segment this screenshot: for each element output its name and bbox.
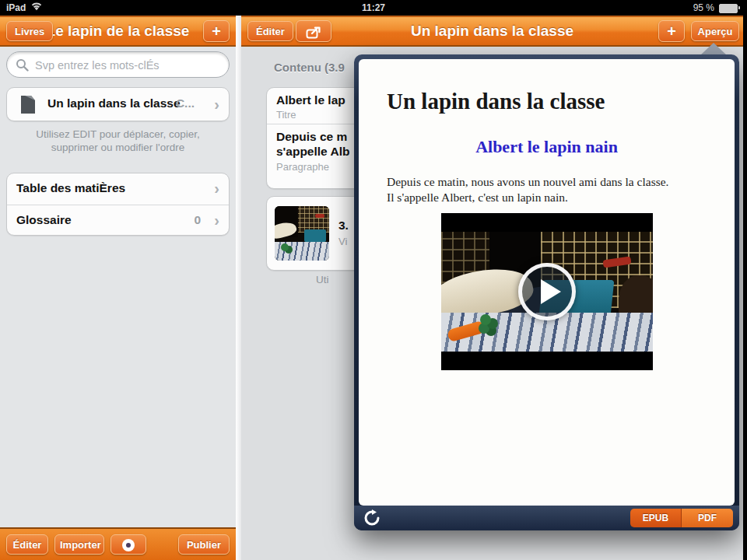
paragraph-line-1: Depuis ce matin, nous avons un nouvel am… bbox=[387, 174, 668, 190]
video-type-text: Vi bbox=[338, 236, 347, 247]
search-input[interactable] bbox=[33, 55, 221, 75]
share-icon bbox=[306, 26, 321, 39]
paragraph-line-2: Il s'appelle Albert, c'est un lapin nain… bbox=[387, 190, 668, 205]
left-menu-group: Table des matiÈres › Glossaire 0 › bbox=[6, 173, 230, 236]
menu-item-glossaire[interactable]: Glossaire 0 › bbox=[7, 205, 229, 236]
left-panel-body: Un lapin dans la classe C... › Utilisez … bbox=[0, 47, 236, 527]
search-field-wrap bbox=[6, 51, 230, 78]
clock: 11:27 bbox=[0, 2, 747, 13]
share-button[interactable] bbox=[296, 20, 331, 42]
add-content-button[interactable]: + bbox=[658, 20, 685, 42]
preview-popover: Un lapin dans la classe Albert le lapin … bbox=[354, 54, 739, 530]
book-list-item[interactable]: Un lapin dans la classe C... › bbox=[6, 87, 230, 121]
content-item-text-line2: s'appelle Alb bbox=[276, 145, 349, 159]
content-item-text: Albert le lap bbox=[276, 93, 345, 107]
preview-paragraph: Depuis ce matin, nous avons un nouvel am… bbox=[387, 174, 668, 205]
content-item-type: Paragraphe bbox=[276, 161, 329, 173]
book-item-trailing-text: C... bbox=[176, 96, 195, 110]
refresh-button[interactable] bbox=[363, 509, 381, 527]
hint-line-1: Utilisez EDIT pour déplacer, copier, bbox=[0, 128, 236, 141]
preview-button[interactable]: Aperçu bbox=[691, 21, 739, 41]
thumb-red-toy bbox=[315, 214, 324, 218]
glossaire-count: 0 bbox=[194, 213, 201, 227]
video-size-text: 3. bbox=[338, 219, 349, 233]
carrot-leaves bbox=[480, 314, 491, 325]
thumb-litter-box bbox=[304, 229, 326, 242]
epub-export-button[interactable]: EPUB bbox=[630, 509, 682, 527]
content-item-text-line1: Depuis ce m bbox=[276, 130, 347, 144]
preview-book-title: Un lapin dans la classe bbox=[387, 89, 605, 114]
hint-line-2: supprimer ou modifier l'ordre bbox=[0, 141, 236, 154]
menu-label: Table des matiÈres bbox=[16, 181, 125, 195]
chevron-right-icon: › bbox=[214, 178, 219, 198]
left-toolbar: Éditer Importer Publier bbox=[0, 527, 236, 560]
content-section-header: Contenu (3.9 bbox=[274, 61, 345, 74]
edit-hint-text: Utilisez EDIT pour déplacer, copier, sup… bbox=[0, 128, 236, 154]
status-bar: iPad 11:27 95 % bbox=[0, 0, 747, 16]
document-icon bbox=[21, 96, 35, 114]
book-item-title: Un lapin dans la classe bbox=[47, 96, 181, 110]
menu-item-table-des-matieres[interactable]: Table des matiÈres › bbox=[7, 173, 229, 205]
add-book-button[interactable]: + bbox=[203, 20, 230, 42]
chapter-edit-button[interactable]: Éditer bbox=[247, 21, 293, 41]
gear-icon bbox=[122, 539, 135, 551]
menu-label: Glossaire bbox=[16, 213, 72, 227]
screen-right-edge bbox=[743, 16, 747, 560]
left-navbar: Le lapin de la classe Livres + bbox=[0, 16, 236, 47]
content-item-type: Titre bbox=[276, 109, 296, 121]
edit-button[interactable]: Éditer bbox=[6, 534, 48, 555]
video-player[interactable] bbox=[441, 213, 653, 370]
battery-percent: 95 % bbox=[693, 2, 714, 13]
video-thumbnail[interactable] bbox=[275, 206, 329, 261]
popover-arrow bbox=[700, 43, 727, 55]
thumb-carrot-leaves bbox=[281, 243, 289, 251]
right-navbar: Un lapin dans la classe Éditer + Aperçu bbox=[241, 16, 743, 47]
import-button[interactable]: Importer bbox=[54, 534, 104, 555]
preview-page: Un lapin dans la classe Albert le lapin … bbox=[359, 59, 735, 506]
preview-chapter-title: Albert le lapin nain bbox=[359, 137, 735, 157]
partial-hint-text: Uti bbox=[316, 274, 329, 285]
thumb-cage bbox=[295, 206, 329, 233]
battery-icon bbox=[719, 4, 738, 13]
play-button[interactable] bbox=[518, 263, 576, 320]
settings-button[interactable] bbox=[110, 534, 146, 555]
search-icon bbox=[16, 58, 29, 72]
publish-button[interactable]: Publier bbox=[178, 534, 230, 555]
chevron-right-icon: › bbox=[214, 94, 219, 114]
pdf-export-button[interactable]: PDF bbox=[682, 509, 733, 527]
screen: iPad 11:27 95 % Le lapin de la classe Li… bbox=[0, 0, 747, 560]
panel-divider bbox=[236, 16, 241, 560]
refresh-icon bbox=[363, 509, 381, 527]
popover-toolbar: EPUB PDF bbox=[354, 506, 739, 530]
chevron-right-icon: › bbox=[214, 210, 219, 230]
livres-back-button[interactable]: Livres bbox=[6, 21, 53, 41]
